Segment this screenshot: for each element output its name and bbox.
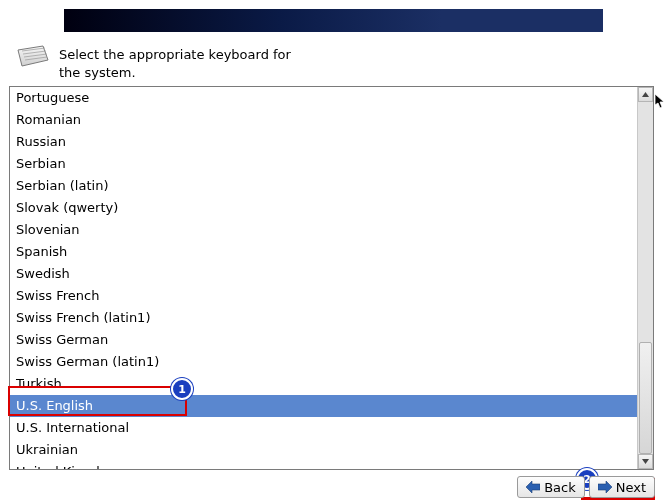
scrollbar[interactable] [637, 87, 653, 469]
next-button[interactable]: Next [589, 476, 655, 498]
list-item[interactable]: United Kingdom [10, 461, 637, 469]
instruction-text: Select the appropriate keyboard for the … [59, 40, 291, 81]
keyboard-icon [15, 40, 49, 70]
scroll-down-button[interactable] [638, 454, 653, 469]
list-item[interactable]: Slovenian [10, 219, 637, 241]
list-item[interactable]: U.S. International [10, 417, 637, 439]
list-item[interactable]: Swiss French (latin1) [10, 307, 637, 329]
scrollbar-track[interactable] [638, 102, 653, 454]
list-item[interactable]: Swedish [10, 263, 637, 285]
instruction-line: Select the appropriate keyboard for [59, 46, 291, 64]
list-item[interactable]: U.S. English [10, 395, 637, 417]
list-item[interactable]: Swiss German [10, 329, 637, 351]
banner-header [64, 9, 603, 32]
list-item[interactable]: Russian [10, 131, 637, 153]
instruction-line: the system. [59, 64, 291, 82]
back-button[interactable]: Back [517, 476, 585, 498]
arrow-left-icon [526, 481, 540, 493]
list-item[interactable]: Serbian [10, 153, 637, 175]
keyboard-list[interactable]: PortugueseRomanianRussianSerbianSerbian … [10, 87, 637, 469]
back-button-label: Back [544, 480, 576, 495]
button-row: Back Next [517, 476, 655, 498]
header-row: Select the appropriate keyboard for the … [15, 40, 649, 81]
list-item[interactable]: Ukrainian [10, 439, 637, 461]
list-item[interactable]: Serbian (latin) [10, 175, 637, 197]
list-item[interactable]: Portuguese [10, 87, 637, 109]
list-item[interactable]: Swiss French [10, 285, 637, 307]
mouse-cursor-icon [655, 94, 664, 112]
list-item[interactable]: Spanish [10, 241, 637, 263]
list-item[interactable]: Romanian [10, 109, 637, 131]
arrow-right-icon [598, 481, 612, 493]
scroll-up-button[interactable] [638, 87, 653, 102]
next-button-label: Next [616, 480, 646, 495]
keyboard-list-frame: PortugueseRomanianRussianSerbianSerbian … [9, 86, 654, 470]
list-item[interactable]: Swiss German (latin1) [10, 351, 637, 373]
scrollbar-thumb[interactable] [639, 342, 652, 454]
list-item[interactable]: Slovak (qwerty) [10, 197, 637, 219]
list-item[interactable]: Turkish [10, 373, 637, 395]
